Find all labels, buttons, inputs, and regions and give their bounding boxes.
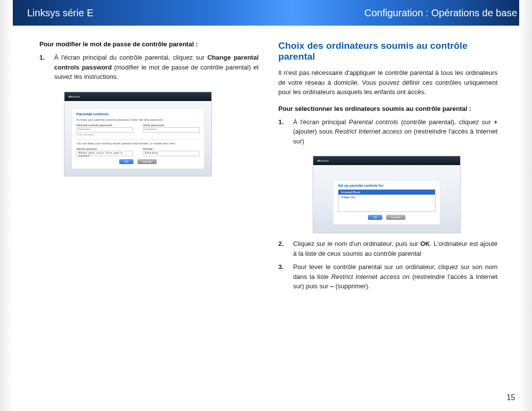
right-steps: À l'écran principal Parental controls (c… — [278, 117, 498, 146]
right-intro: Il n'est pas nécessaire d'appliquer le c… — [278, 68, 498, 97]
page-body: Pour modifier le mot de passe de contrôl… — [0, 26, 532, 295]
fig2-topbar: cisco — [313, 156, 460, 165]
header-left: Linksys série E — [27, 7, 94, 19]
divider — [76, 139, 200, 139]
cisco-logo-icon: cisco — [316, 159, 329, 162]
fig2-body: Set up parental controls for: AnnetteFiB… — [313, 165, 460, 233]
figure-parental-password: cisco Parental controls To reset your pa… — [64, 92, 212, 176]
page-edge-left — [0, 0, 13, 411]
fig2-panel-title: Set up parental controls for: — [338, 184, 435, 187]
page-edge-right — [519, 0, 532, 411]
header-right: Configuration : Opérations de base — [365, 7, 517, 19]
right-step-2: Cliquez sur le nom d'un ordinateur, puis… — [278, 239, 498, 258]
fig2-item-selected[interactable]: AnnetteFiBook — [338, 190, 435, 195]
fig1-topbar: cisco — [65, 92, 211, 101]
fig2-listbox[interactable]: AnnetteFiBook craigp-mac — [338, 189, 435, 212]
fig1-label-password: Parental controls password: — [76, 124, 133, 127]
right-title: Choix des ordinateurs soumis au contrôle… — [278, 40, 498, 62]
doc-header: Linksys série E Configuration : Opératio… — [0, 0, 532, 26]
fig1-input-verify[interactable]: •••••••• — [143, 127, 200, 133]
fig1-row-qa: Secret question: What was your first pet… — [76, 147, 200, 156]
fig1-panel-title: Parental controls — [76, 112, 200, 116]
fig1-label-question: Secret question: — [76, 147, 133, 150]
left-heading: Pour modifier le mot de passe de contrôl… — [39, 40, 259, 48]
fig1-ok-button[interactable]: OK — [119, 159, 133, 164]
right-heading2: Pour sélectionner les ordinateurs soumis… — [278, 105, 498, 112]
fig1-cancel-button[interactable]: Cancel — [137, 159, 157, 164]
fig1-label-answer: Answer: — [143, 147, 200, 150]
fig1-note: You can keep your existing secret questi… — [76, 142, 200, 145]
fig1-input-password[interactable]: •••••••• — [76, 127, 133, 133]
fig1-buttons: OK Cancel — [76, 159, 200, 164]
right-step-1: À l'écran principal Parental controls (c… — [278, 117, 498, 146]
fig2-item-other[interactable]: craigp-mac — [338, 195, 435, 200]
fig2-ok-button[interactable]: OK — [368, 215, 382, 220]
fig1-intro: To reset your parental controls password… — [76, 118, 200, 121]
right-step-3: Pour lever le contrôle parental sur un o… — [278, 262, 498, 291]
right-column: Choix des ordinateurs soumis au contrôle… — [278, 40, 517, 295]
left-steps: À l'écran principal du contrôle parental… — [39, 53, 259, 82]
fig2-cancel-button[interactable]: Cancel — [386, 215, 405, 220]
page-number: 15 — [506, 393, 515, 402]
fig2-panel: Set up parental controls for: AnnetteFiB… — [333, 180, 440, 225]
fig1-body: Parental controls To reset your parental… — [65, 101, 211, 176]
figure-select-computer: cisco Set up parental controls for: Anne… — [313, 156, 461, 233]
fig1-row-passwords: Parental controls password: •••••••• 4–3… — [76, 124, 200, 136]
fig1-panel: Parental controls To reset your parental… — [71, 108, 204, 169]
fig1-label-verify: Verify password: — [143, 124, 200, 127]
fig2-buttons: OK Cancel — [338, 215, 435, 220]
left-column: Pour modifier le mot de passe de contrôl… — [15, 40, 259, 295]
fig1-hint: 4–32 characters — [76, 133, 133, 136]
fig1-input-question[interactable]: What was your first pet's name? — [76, 151, 133, 156]
right-steps-cont: Cliquez sur le nom d'un ordinateur, puis… — [278, 239, 498, 291]
fig1-input-answer[interactable]: Shadow — [143, 151, 200, 156]
cisco-logo-icon: cisco — [67, 95, 80, 98]
left-step-1: À l'écran principal du contrôle parental… — [39, 53, 259, 82]
